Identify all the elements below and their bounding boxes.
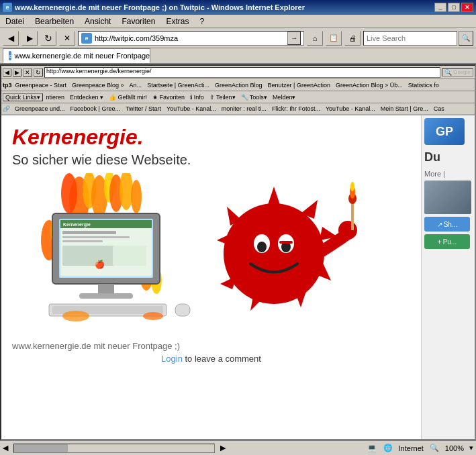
zoom-level: 100% — [445, 444, 464, 452]
share-icon: ↗ — [437, 221, 442, 228]
fav-tools[interactable]: 🔧 Tools▾ — [239, 93, 269, 101]
menu-help[interactable]: ? — [197, 16, 207, 27]
fav-gefallt[interactable]: 👍 Gefällt mir! — [107, 93, 149, 101]
maximize-button[interactable]: □ — [448, 3, 460, 12]
refresh-button[interactable]: ↻ — [40, 31, 56, 46]
svg-point-7 — [131, 180, 142, 213]
fav-entdecken[interactable]: Entdecken ▾ — [68, 93, 105, 101]
bm-an[interactable]: An... — [128, 81, 144, 89]
login-text: to leave a comment — [183, 354, 261, 364]
main-subheadline: So sicher wie diese Webseite. — [12, 152, 410, 168]
search-input[interactable] — [363, 31, 457, 46]
status-text: Internet — [399, 444, 424, 452]
scrollbar[interactable] — [13, 444, 215, 453]
minimize-button[interactable]: _ — [434, 3, 446, 12]
svg-rect-18 — [62, 240, 103, 242]
inner-address-bar[interactable]: http://www.kernenergie.de/kernenergie/ — [44, 67, 440, 78]
sidebar-logo: GP — [424, 118, 465, 145]
print-button[interactable]: 🖨 — [344, 31, 361, 46]
menu-ansicht[interactable]: Ansicht — [82, 16, 113, 27]
globe-icon: 🌐 — [383, 443, 393, 454]
inner-forward[interactable]: ▶ — [13, 68, 21, 77]
sidebar-more-label: More | — [424, 170, 472, 178]
ie-icon: e — [3, 3, 12, 12]
bm-statistics[interactable]: Statistics fo — [406, 81, 441, 89]
inner-stop[interactable]: ✕ — [23, 68, 32, 77]
bm-greenaction-ub[interactable]: GreenAction Blog > Üb... — [334, 81, 405, 89]
link-greenpeace[interactable]: Greenpeace und... — [13, 105, 67, 113]
home-button[interactable]: ⌂ — [307, 31, 323, 46]
menu-favoriten[interactable]: Favoriten — [119, 16, 158, 27]
links-icon: 🔗 — [3, 105, 10, 112]
login-link[interactable]: Login — [161, 354, 183, 364]
svg-point-28 — [62, 311, 89, 321]
svg-rect-27 — [175, 304, 190, 316]
inner-back[interactable]: ◀ — [3, 68, 11, 77]
computer-icon: 💻 — [367, 443, 377, 454]
close-button[interactable]: ✕ — [461, 3, 473, 12]
right-sidebar: GP Du More | ↗ Sh... + Pu... — [421, 115, 475, 439]
sidebar-logo-text: GP — [436, 125, 453, 139]
share-button[interactable]: ↗ Sh... — [424, 217, 470, 232]
go-button[interactable]: → — [287, 32, 301, 45]
svg-point-49 — [350, 182, 354, 191]
address-icon: e — [81, 33, 92, 44]
bm-greenpeace-blog[interactable]: Greenpeace Blog » — [70, 81, 126, 89]
back-button[interactable]: ◀ — [3, 31, 19, 46]
quick-links[interactable]: Quick Links▾ — [3, 93, 43, 101]
bookmarks-label: tp3 — [3, 82, 12, 89]
browser-tab[interactable]: e www.kernenergie.de mit neuer Frontpage… — [3, 48, 150, 63]
fav-melden[interactable]: Melden▾ — [271, 93, 298, 101]
image-caption: www.kernenergie.de mit neuer Frontpage ;… — [12, 341, 410, 351]
svg-marker-37 — [220, 276, 237, 289]
menu-datei[interactable]: Datei — [3, 16, 27, 27]
menu-extras[interactable]: Extras — [163, 16, 191, 27]
fav-info[interactable]: ℹ Info — [188, 93, 206, 101]
svg-point-42 — [257, 242, 267, 252]
forward-button[interactable]: ▶ — [21, 31, 38, 46]
inner-search-icon: 🔍 — [444, 69, 452, 76]
search-bar: 🔍 — [363, 31, 473, 46]
feeds-button[interactable]: 📋 — [326, 31, 342, 46]
scroll-left-btn[interactable]: ◀ — [3, 444, 8, 452]
address-bar[interactable]: e http://twitpic.com/359mza → — [78, 31, 304, 46]
put-label: Pu... — [443, 238, 457, 246]
menu-bearbeiten[interactable]: Bearbeiten — [32, 16, 77, 27]
favorites-toolbar: Quick Links▾ ntieren Entdecken ▾ 👍 Gefäl… — [1, 91, 475, 103]
inner-refresh[interactable]: ↻ — [34, 68, 43, 77]
login-line: Login to leave a comment — [12, 354, 410, 364]
inner-address-url: http://www.kernenergie.de/kernenergie/ — [46, 68, 152, 74]
link-youtube2[interactable]: YouTube - Kanal... — [324, 105, 377, 113]
fav-ntieren[interactable]: ntieren — [44, 93, 67, 101]
bm-greenaction-blog[interactable]: GreenAction Blog — [213, 81, 265, 89]
link-cas[interactable]: Cas — [432, 105, 446, 113]
link-flickr[interactable]: Flickr: Ihr Fotost... — [270, 105, 322, 113]
inner-browser: ◀ ▶ ✕ ↻ http://www.kernenergie.de/kernen… — [0, 64, 476, 440]
svg-text:Kernenergie: Kernenergie — [63, 222, 91, 228]
scroll-right-btn[interactable]: ▶ — [220, 444, 226, 452]
fav-teilen[interactable]: ⇪ Teilen▾ — [207, 93, 238, 101]
link-twitter[interactable]: Twitter / Start — [124, 105, 163, 113]
zoom-dropdown[interactable]: ▾ — [469, 444, 473, 452]
status-right: 💻 🌐 Internet 🔍 100% ▾ — [367, 443, 473, 454]
link-moniter[interactable]: moniter : real ti... — [220, 105, 269, 113]
link-facebook[interactable]: Facebook | Gree... — [68, 105, 122, 113]
bm-startseite[interactable]: Startseite | GreenActi... — [145, 81, 211, 89]
svg-rect-20 — [113, 246, 146, 266]
link-meinstart[interactable]: Mein Start | Gre... — [379, 105, 430, 113]
title-bar-left: e www.kernenergie.de mit neuer Frontpage… — [3, 3, 305, 12]
put-button[interactable]: + Pu... — [424, 234, 470, 249]
fav-favoriten[interactable]: ★ Favoriten — [150, 93, 187, 101]
svg-rect-17 — [62, 236, 130, 238]
svg-point-45 — [338, 221, 357, 240]
status-bar: ◀ ▶ 💻 🌐 Internet 🔍 100% ▾ — [0, 440, 476, 455]
link-youtube1[interactable]: YouTube - Kanal... — [164, 105, 218, 113]
svg-marker-31 — [267, 187, 281, 207]
bm-greenpeace-start[interactable]: Greenpeace - Start — [13, 81, 69, 89]
computer-fire-svg: Kernenergie 🍎 — [12, 173, 227, 334]
stop-button[interactable]: ✕ — [59, 31, 75, 46]
title-bar: e www.kernenergie.de mit neuer Frontpage… — [0, 0, 476, 15]
svg-point-2 — [61, 173, 77, 213]
search-button[interactable]: 🔍 — [459, 31, 473, 46]
bm-benutzer[interactable]: Benutzer | GreenAction — [266, 81, 332, 89]
